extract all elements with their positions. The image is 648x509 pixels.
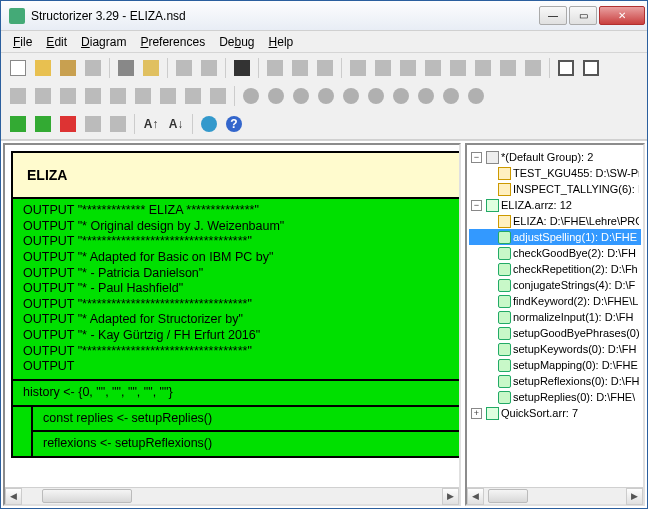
tree-item[interactable]: setupKeywords(0): D:\FH [469, 341, 641, 357]
menu-preferences[interactable]: Preferences [134, 33, 211, 51]
c2-button[interactable] [265, 85, 287, 107]
print-button[interactable] [115, 57, 137, 79]
tree-item[interactable]: setupGoodByePhrases(0): [469, 325, 641, 341]
tree-hscroll[interactable]: ◀ ▶ [467, 487, 643, 504]
hscroll-thumb[interactable] [488, 489, 528, 503]
nsd-output-line: OUTPUT "* Adapted for Structorizer by" [23, 312, 459, 328]
el5-button[interactable] [447, 57, 469, 79]
scroll-right-button[interactable]: ▶ [626, 488, 643, 505]
subroutine-icon [498, 231, 511, 244]
expand-icon[interactable]: + [471, 408, 482, 419]
menu-debug[interactable]: Debug [213, 33, 260, 51]
scroll-left-button[interactable]: ◀ [5, 488, 22, 505]
tree-group-quicksort[interactable]: + QuickSort.arr: 7 [469, 405, 641, 421]
font-inc-button[interactable]: A↑ [140, 113, 162, 135]
alt9-button[interactable] [207, 85, 229, 107]
copy-button[interactable] [289, 57, 311, 79]
nsd-sub-replies[interactable]: const replies <- setupReplies() [31, 407, 459, 433]
alt1-button[interactable] [7, 85, 29, 107]
font-dec-button[interactable]: A↓ [165, 113, 187, 135]
subroutine-icon [498, 311, 511, 324]
view1-button[interactable] [555, 57, 577, 79]
scroll-left-button[interactable]: ◀ [467, 488, 484, 505]
bp-button[interactable] [82, 113, 104, 135]
save-all-button[interactable] [82, 57, 104, 79]
tree-item[interactable]: INSPECT_TALLYING(6): D [469, 181, 641, 197]
el2-button[interactable] [372, 57, 394, 79]
subroutine-icon [498, 295, 511, 308]
tree-item[interactable]: checkRepetition(2): D:\Fh [469, 261, 641, 277]
collapse-icon[interactable]: − [471, 200, 482, 211]
menu-edit[interactable]: Edit [40, 33, 73, 51]
cut-button[interactable] [264, 57, 286, 79]
menu-help[interactable]: Help [263, 33, 300, 51]
nsd-sub-reflexions[interactable]: reflexions <- setupReflexions() [31, 432, 459, 456]
new-button[interactable] [7, 57, 29, 79]
minimize-button[interactable]: — [539, 6, 567, 25]
alt3-button[interactable] [57, 85, 79, 107]
eye-button[interactable] [198, 113, 220, 135]
alt6-button[interactable] [132, 85, 154, 107]
el4-button[interactable] [422, 57, 444, 79]
tree-view[interactable]: − *(Default Group): 2 TEST_KGU455: D:\SW… [467, 145, 643, 487]
alt2-button[interactable] [32, 85, 54, 107]
hscroll-thumb[interactable] [42, 489, 132, 503]
tree-item[interactable]: TEST_KGU455: D:\SW-Pro [469, 165, 641, 181]
tree-item[interactable]: normalizeInput(1): D:\FH [469, 309, 641, 325]
content-area: ELIZA OUTPUT "************* ELIZA ******… [1, 140, 647, 508]
c6-button[interactable] [365, 85, 387, 107]
alt7-button[interactable] [157, 85, 179, 107]
exec-button[interactable] [32, 113, 54, 135]
menu-diagram[interactable]: Diagram [75, 33, 132, 51]
tree-item[interactable]: adjustSpelling(1): D:\FHE [469, 229, 641, 245]
scroll-right-button[interactable]: ▶ [442, 488, 459, 505]
tree-item[interactable]: checkGoodBye(2): D:\FH [469, 245, 641, 261]
maximize-button[interactable]: ▭ [569, 6, 597, 25]
nsd-history-block[interactable]: history <- {0, "", "", "", "", ""} [13, 381, 459, 407]
help-button[interactable]: ? [223, 113, 245, 135]
alt4-button[interactable] [82, 85, 104, 107]
nsd-output-block[interactable]: OUTPUT "************* ELIZA ************… [13, 199, 459, 381]
arrange-button[interactable] [140, 57, 162, 79]
undo-button[interactable] [173, 57, 195, 79]
el8-button[interactable] [522, 57, 544, 79]
stop-button[interactable] [57, 113, 79, 135]
diagram-viewport[interactable]: ELIZA OUTPUT "************* ELIZA ******… [5, 145, 459, 487]
c7-button[interactable] [390, 85, 412, 107]
tree-item[interactable]: setupReflexions(0): D:\FH [469, 373, 641, 389]
c9-button[interactable] [440, 85, 462, 107]
nsd-diagram[interactable]: ELIZA OUTPUT "************* ELIZA ******… [11, 151, 459, 458]
turtle-button[interactable] [7, 113, 29, 135]
save-button[interactable] [57, 57, 79, 79]
el6-button[interactable] [472, 57, 494, 79]
tree-group-eliza[interactable]: − ELIZA.arrz: 12 [469, 197, 641, 213]
c5-button[interactable] [340, 85, 362, 107]
tree-item[interactable]: conjugateStrings(4): D:\F [469, 277, 641, 293]
collapse-icon[interactable]: − [471, 152, 482, 163]
nsd-output-line: OUTPUT [23, 359, 459, 375]
view2-button[interactable] [580, 57, 602, 79]
alt8-button[interactable] [182, 85, 204, 107]
find-button[interactable] [231, 57, 253, 79]
tree-item[interactable]: findKeyword(2): D:\FHE\L [469, 293, 641, 309]
el1-button[interactable] [347, 57, 369, 79]
tree-item[interactable]: setupMapping(0): D:\FHE [469, 357, 641, 373]
tree-group-default[interactable]: − *(Default Group): 2 [469, 149, 641, 165]
c3-button[interactable] [290, 85, 312, 107]
c1-button[interactable] [240, 85, 262, 107]
c10-button[interactable] [465, 85, 487, 107]
tree-item[interactable]: setupReplies(0): D:\FHE\ [469, 389, 641, 405]
tree-item[interactable]: ELIZA: D:\FHE\Lehre\PRG [469, 213, 641, 229]
el7-button[interactable] [497, 57, 519, 79]
alt5-button[interactable] [107, 85, 129, 107]
diagram-hscroll[interactable]: ◀ ▶ [5, 487, 459, 504]
c8-button[interactable] [415, 85, 437, 107]
c4-button[interactable] [315, 85, 337, 107]
open-button[interactable] [32, 57, 54, 79]
el3-button[interactable] [397, 57, 419, 79]
close-button[interactable]: ✕ [599, 6, 645, 25]
redo-button[interactable] [198, 57, 220, 79]
menu-file[interactable]: File [7, 33, 38, 51]
bp2-button[interactable] [107, 113, 129, 135]
paste-button[interactable] [314, 57, 336, 79]
